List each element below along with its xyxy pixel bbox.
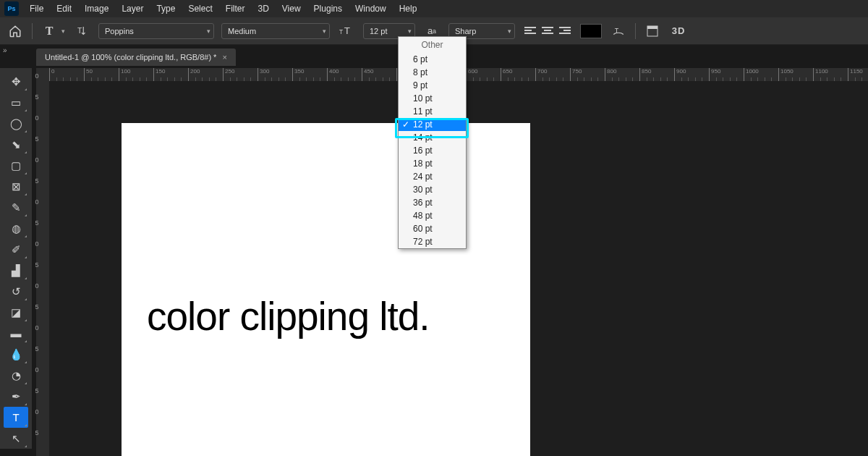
menu-filter[interactable]: Filter — [219, 1, 252, 17]
ruler-tick: 100 — [119, 68, 130, 81]
dodge-tool[interactable]: ◔ — [4, 365, 28, 386]
ruler-side-num: 0 — [32, 282, 42, 290]
ruler-tick: 950 — [709, 68, 720, 81]
font-size-value: 12 pt — [370, 27, 387, 35]
ruler-tick: 900 — [674, 68, 686, 81]
move-tool[interactable]: ✥ — [4, 71, 28, 92]
align-right-button[interactable] — [557, 23, 573, 39]
menu-bar: Ps FileEditImageLayerTypeSelectFilter3DV… — [0, 0, 868, 17]
menu-window[interactable]: Window — [349, 1, 393, 17]
svg-text:T: T — [77, 26, 82, 35]
crop-tool[interactable]: ▢ — [4, 155, 28, 176]
healing-tool[interactable]: ◍ — [4, 218, 28, 239]
eyedropper-tool[interactable]: ✎ — [4, 197, 28, 218]
font-size-option[interactable]: 14 pt — [399, 131, 466, 144]
svg-text:T: T — [339, 28, 343, 35]
menu-3d[interactable]: 3D — [251, 1, 275, 17]
ruler-side-num: 5 — [32, 135, 42, 143]
align-center-button[interactable] — [540, 23, 556, 39]
ruler-tick: 450 — [362, 68, 373, 81]
ruler-side-num: 0 — [32, 72, 42, 80]
ruler-side-num: 0 — [32, 156, 42, 164]
home-icon[interactable] — [6, 22, 25, 41]
menu-file[interactable]: File — [23, 1, 50, 17]
chevron-down-icon[interactable]: ▾ — [61, 28, 65, 35]
stamp-tool[interactable]: ▟ — [4, 260, 28, 281]
text-orientation-icon[interactable]: T — [72, 22, 91, 41]
font-size-option[interactable]: 12 pt — [399, 118, 466, 131]
ruler-side-num: 5 — [32, 303, 42, 311]
ruler-tick: 400 — [327, 68, 339, 81]
font-size-option[interactable]: 24 pt — [399, 170, 466, 183]
warp-text-icon[interactable]: T — [609, 22, 628, 41]
app-logo: Ps — [4, 1, 19, 16]
eraser-tool[interactable]: ◪ — [4, 302, 28, 323]
wand-tool[interactable]: ⬊ — [4, 134, 28, 155]
font-weight-dropdown[interactable]: Medium▾ — [221, 23, 330, 39]
font-size-popup: Other 6 pt8 pt9 pt10 pt11 pt12 pt14 pt16… — [398, 36, 467, 249]
chevron-down-icon: ▾ — [503, 28, 511, 35]
font-size-option[interactable]: 8 pt — [399, 66, 466, 79]
threeD-label: 3D — [672, 25, 686, 36]
lasso-tool[interactable]: ◯ — [4, 113, 28, 134]
ruler-tick: 250 — [223, 68, 234, 81]
canvas-text-layer[interactable]: color clipping ltd. — [147, 293, 430, 339]
expand-panels-icon[interactable]: » — [3, 46, 7, 54]
history-brush-tool[interactable]: ↺ — [4, 281, 28, 302]
threeD-button[interactable]: 3D — [669, 22, 688, 41]
ruler-side-num: 0 — [32, 198, 42, 206]
type-tool[interactable]: T — [4, 407, 28, 428]
menu-plugins[interactable]: Plugins — [307, 1, 349, 17]
ruler-tick: 0 — [49, 68, 54, 81]
frame-tool[interactable]: ⊠ — [4, 176, 28, 197]
ruler-side-num: 5 — [32, 345, 42, 352]
chevron-down-icon: ▾ — [404, 28, 412, 35]
close-icon[interactable]: × — [222, 53, 226, 62]
font-size-option[interactable]: 10 pt — [399, 92, 466, 105]
ruler-side-num: 0 — [32, 240, 42, 248]
font-size-option[interactable]: 48 pt — [399, 209, 466, 222]
chevron-down-icon: ▾ — [318, 28, 326, 35]
font-family-dropdown[interactable]: Poppins▾ — [98, 23, 214, 39]
svg-rect-10 — [563, 30, 571, 31]
ruler-side-num: 0 — [32, 114, 42, 122]
canvas[interactable]: color clipping ltd. — [122, 123, 530, 456]
blur-tool[interactable]: 💧 — [4, 344, 28, 365]
path-select-tool[interactable]: ↖ — [4, 428, 28, 449]
font-size-option[interactable]: 6 pt — [399, 53, 466, 66]
menu-help[interactable]: Help — [393, 1, 424, 17]
gradient-tool[interactable]: ▬ — [4, 323, 28, 344]
menu-layer[interactable]: Layer — [115, 1, 150, 17]
menu-type[interactable]: Type — [150, 1, 182, 17]
marquee-tool[interactable]: ▭ — [4, 92, 28, 113]
menu-view[interactable]: View — [276, 1, 307, 17]
ruler-tick: 600 — [466, 68, 477, 81]
tool-palette: ✥▭◯⬊▢⊠✎◍✐▟↺◪▬💧◔✒T↖ — [0, 68, 32, 449]
brush-tool[interactable]: ✐ — [4, 239, 28, 260]
svg-rect-5 — [524, 33, 536, 34]
text-color-swatch[interactable] — [580, 24, 602, 38]
ruler-tick: 850 — [639, 68, 651, 81]
document-tab-title: Untitled-1 @ 100% (color clipping ltd., … — [45, 53, 216, 62]
font-size-option[interactable]: 11 pt — [399, 105, 466, 118]
font-size-option[interactable]: 30 pt — [399, 183, 466, 196]
font-size-option[interactable]: 36 pt — [399, 196, 466, 209]
font-size-option[interactable]: 72 pt — [399, 235, 466, 248]
menu-edit[interactable]: Edit — [50, 1, 78, 17]
font-size-option[interactable]: 60 pt — [399, 222, 466, 235]
font-size-option[interactable]: 16 pt — [399, 144, 466, 157]
svg-rect-6 — [542, 27, 553, 28]
menu-select[interactable]: Select — [182, 1, 218, 17]
font-size-option[interactable]: 18 pt — [399, 157, 466, 170]
app-logo-text: Ps — [7, 5, 15, 12]
font-size-option[interactable]: 9 pt — [399, 79, 466, 92]
align-left-button[interactable] — [522, 23, 538, 39]
antialias-value: Sharp — [455, 27, 476, 35]
font-size-icon: TT — [337, 22, 356, 41]
svg-rect-11 — [559, 33, 571, 34]
ruler-tick: 700 — [535, 68, 547, 81]
panel-toggle-icon[interactable] — [643, 22, 662, 41]
menu-image[interactable]: Image — [78, 1, 115, 17]
pen-tool[interactable]: ✒ — [4, 386, 28, 407]
document-tab[interactable]: Untitled-1 @ 100% (color clipping ltd., … — [36, 48, 236, 66]
